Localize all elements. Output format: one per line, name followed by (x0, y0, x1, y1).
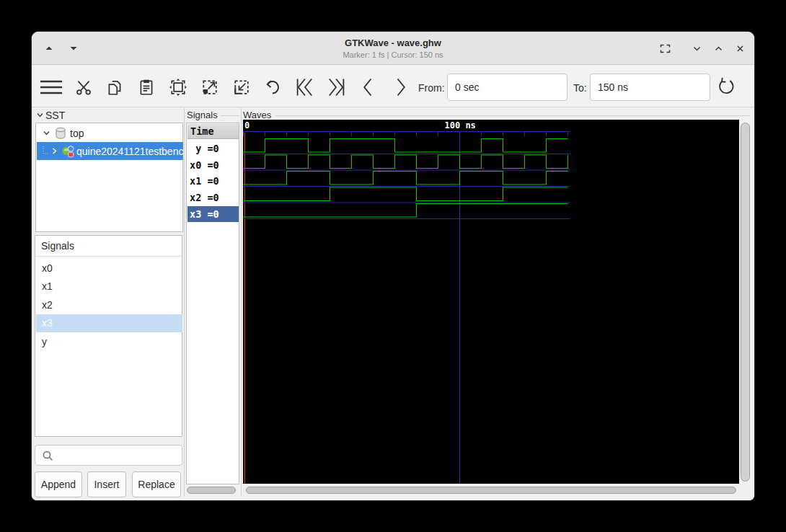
chevron-right-icon (389, 76, 411, 98)
sst-tree: top quine20241121testbench (35, 123, 183, 232)
search-icon (42, 450, 54, 462)
search-box[interactable] (35, 445, 182, 466)
time-header[interactable]: Time (187, 124, 239, 139)
tree-guide-lines (43, 146, 50, 156)
close-button[interactable] (731, 40, 749, 57)
wave-signal-row-y[interactable]: y =0 (187, 141, 239, 157)
reload-button[interactable] (715, 76, 738, 99)
window-title: GTKWave - wave.ghw (32, 37, 754, 48)
step-right-button[interactable] (389, 76, 412, 99)
hamburger-menu-icon (40, 78, 63, 97)
signal-list-item-x0[interactable]: x0 (36, 260, 182, 278)
zoom-fit-icon (168, 77, 188, 97)
signal-list-item-y[interactable]: y (36, 333, 182, 351)
menu-button[interactable] (40, 76, 63, 99)
window-subtitle: Marker: 1 fs | Cursor: 150 ns (32, 50, 754, 59)
tree-item-top[interactable]: top (37, 124, 183, 142)
skip-to-start-button[interactable] (293, 76, 317, 99)
fullscreen-icon (659, 43, 671, 55)
wave-signal-row-x0[interactable]: x0 =0 (187, 157, 239, 174)
copy-icon (105, 78, 124, 97)
fullscreen-button[interactable] (656, 40, 674, 57)
sst-expander-icon[interactable] (36, 111, 44, 119)
zoom-fit-button[interactable] (167, 76, 190, 99)
sst-header[interactable]: SST (45, 110, 65, 121)
insert-button[interactable]: Insert (87, 471, 126, 497)
chevron-left-icon (358, 76, 379, 98)
svg-text:100 ns: 100 ns (445, 120, 476, 130)
expander-open-icon[interactable] (43, 129, 50, 137)
window-menu-button[interactable] (688, 40, 705, 57)
refresh-icon (715, 76, 737, 98)
mid-hscrollbar-thumb[interactable] (187, 487, 236, 494)
module-icon (56, 128, 66, 139)
skip-start-icon (294, 76, 316, 98)
chevron-up-icon (713, 43, 724, 54)
close-icon (735, 43, 746, 54)
signal-list-item-x3[interactable]: x3 (36, 314, 182, 332)
signal-list-item-x2[interactable]: x2 (36, 296, 182, 314)
wave-canvas[interactable]: 0100 ns (243, 120, 739, 484)
skip-end-icon (325, 76, 347, 98)
svg-text:0: 0 (244, 120, 250, 130)
mid-signals-label: Signals (187, 110, 218, 120)
zoom-out-icon (200, 77, 220, 97)
tree-item-testbench[interactable]: quine20241121testbench (37, 142, 183, 160)
expander-closed-icon[interactable] (50, 147, 58, 155)
frame-line (275, 115, 750, 116)
signal-list-item-x1[interactable]: x1 (36, 278, 182, 296)
from-input[interactable] (447, 74, 568, 101)
gtkwave-window: GTKWave - wave.ghw Marker: 1 fs | Cursor… (32, 32, 754, 500)
toolbar: From: To: (32, 66, 754, 107)
splitter-right[interactable] (241, 108, 242, 496)
zoom-out-button[interactable] (198, 76, 221, 99)
reload-waveform-button[interactable] (262, 76, 285, 99)
wave-vscrollbar-thumb[interactable] (741, 123, 750, 482)
wave-hscrollbar-thumb[interactable] (246, 487, 736, 494)
wave-signal-row-x2[interactable]: x2 =0 (187, 190, 239, 206)
append-button[interactable]: Append (35, 471, 82, 497)
to-label: To: (573, 82, 587, 94)
signal-names-panel: Time y =0 x0 =0 x1 =0 x2 =0 x3 =0 (186, 123, 239, 484)
zoom-in-button[interactable] (230, 76, 253, 99)
from-label: From: (418, 82, 445, 94)
scissors-icon (74, 78, 93, 97)
cut-button[interactable] (72, 76, 95, 99)
maximize-button[interactable] (710, 40, 727, 57)
paste-button[interactable] (135, 76, 158, 99)
replace-button[interactable]: Replace (132, 471, 181, 497)
copy-button[interactable] (103, 76, 126, 99)
skip-to-end-button[interactable] (324, 76, 348, 99)
waves-label: Waves (243, 110, 271, 120)
frame-line (221, 115, 239, 116)
waveform-svg: 0100 ns (243, 120, 739, 484)
zoom-in-icon (231, 77, 252, 97)
wave-signal-row-x3[interactable]: x3 =0 (187, 206, 239, 223)
wave-signal-row-x1[interactable]: x1 =0 (187, 173, 239, 190)
to-input[interactable] (590, 74, 710, 101)
main-area: SST top quine20241121testbench Signals x… (32, 108, 754, 500)
step-left-button[interactable] (357, 76, 380, 99)
undo-icon (263, 77, 283, 97)
clipboard-paste-icon (137, 78, 156, 97)
titlebar: GTKWave - wave.ghw Marker: 1 fs | Cursor… (32, 32, 754, 65)
tree-item-label: quine20241121testbench (76, 146, 183, 157)
chevron-down-icon (692, 43, 702, 54)
splitter-left[interactable] (184, 108, 185, 496)
testbench-icon (61, 145, 74, 158)
signals-list-panel: Signals x0 x1 x2 x3 y (35, 235, 182, 437)
tree-item-label: top (70, 128, 84, 139)
signals-list-header: Signals (35, 236, 182, 257)
